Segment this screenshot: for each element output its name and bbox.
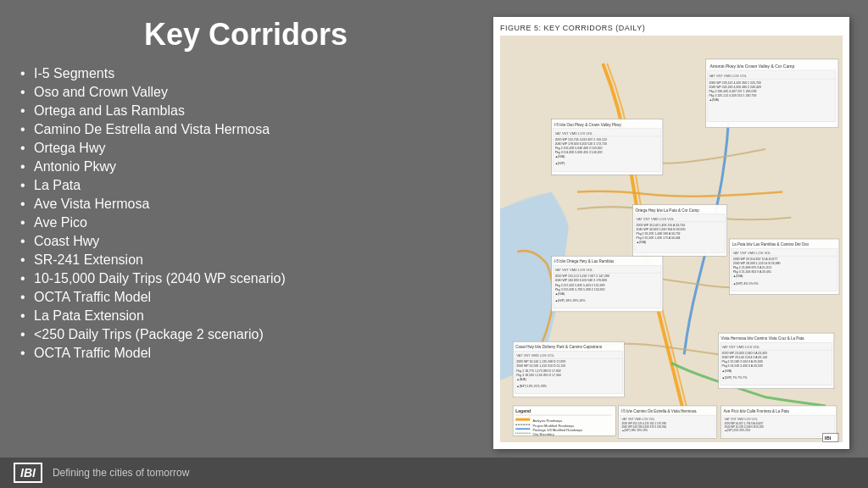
list-item: Ave Vista Hermosa: [17, 197, 475, 212]
svg-text:2040 WP  245,230   4,802   480: 2040 WP 245,230 4,802 480 2 240,428: [709, 86, 760, 89]
svg-text:Pkg 2  157,422  5,825   5,423 : Pkg 2 157,422 5,825 5,423 2 151,999: [555, 284, 605, 287]
svg-text:2040 WP  182,900  6,100   640 : 2040 WP 182,900 6,100 640 3 176,800: [555, 280, 607, 283]
svg-text:2040 WP  178,920  6,200   520 : 2040 WP 178,920 6,200 520 3 172,720: [555, 142, 607, 146]
list-item: SR-241 Extension: [17, 252, 475, 268]
svg-text:City Boundary: City Boundary: [532, 432, 554, 436]
svg-text:▲(N/P): ▲(N/P): [555, 162, 565, 165]
svg-text:2000 WP  35,140   1,406   191 : 2000 WP 35,140 1,406 191 A 33,734: [637, 224, 685, 227]
list-item: Oso and Crown Valley: [17, 85, 475, 100]
list-item: Ave Pico: [17, 215, 475, 230]
list-item: I-5 Segments: [17, 66, 475, 81]
left-panel: Key Corridors I-5 Segments Oso and Crown…: [17, 17, 492, 449]
svg-text:▲(N/A): ▲(N/A): [555, 292, 565, 296]
svg-text:2000 WP  18,144  1,135  248   : 2000 WP 18,144 1,135 248 D 17,009: [516, 360, 565, 363]
svg-text:VAT  VNT  VMD  LOS  VOL: VAT VNT VMD LOS VOL: [637, 217, 675, 221]
list-item: La Pata: [17, 178, 475, 193]
logo: IBI: [14, 463, 42, 483]
svg-text:Pkg 3  154,800  5,600   455   : Pkg 3 154,800 5,600 455 2 149,200: [555, 151, 603, 154]
svg-text:▲(N/P) 18%  19%  16%: ▲(N/P) 18% 19% 16%: [555, 299, 586, 302]
svg-text:▲(N/A): ▲(N/A): [709, 98, 719, 102]
right-panel: FIGURE 5: KEY CORRIDORS (DAILY): [492, 17, 851, 449]
svg-text:Analysis Roadways: Analysis Roadways: [532, 419, 562, 423]
svg-text:La Pata b/w Las Ramblas & Cami: La Pata b/w Las Ramblas & Camino Del Oso: [732, 242, 810, 247]
map-title: FIGURE 5: KEY CORRIDORS (DAILY): [500, 24, 843, 32]
map-container: FIGURE 5: KEY CORRIDORS (DAILY): [493, 17, 849, 449]
svg-text:Pkg 3  155,600  5,700   5,300 : Pkg 3 155,600 5,700 5,300 2 150,300: [555, 288, 605, 291]
svg-text:▲(N/A): ▲(N/A): [555, 155, 565, 158]
svg-text:VAT    VNT   VMD   LOS   VOL: VAT VNT VMD LOS VOL: [555, 268, 593, 272]
svg-text:▲(N/A): ▲(N/A): [516, 378, 526, 381]
svg-text:Pkg 3  21,344  853  0   A  20,: Pkg 3 21,344 853 0 A 20,491: [733, 270, 771, 274]
svg-text:2000 WP  155,113  5,196   7,82: 2000 WP 155,113 5,196 7,827 2 147,286: [555, 274, 609, 278]
svg-text:Pkg 2  25,040  2,504  0   A  2: Pkg 2 25,040 2,504 0 A 25,040: [722, 360, 763, 363]
svg-text:▲(N/A): ▲(N/A): [733, 274, 743, 278]
svg-text:▲(N/A): ▲(N/A): [637, 241, 647, 244]
svg-text:I-5 b/w Camino De Estrella & V: I-5 b/w Camino De Estrella & Vista Hermo…: [620, 409, 697, 413]
list-item: OCTA Traffic Model: [17, 290, 475, 305]
svg-text:IBI: IBI: [825, 435, 832, 441]
list-item: Antonio Pkwy: [17, 159, 475, 175]
svg-text:Pkg 2  156,200  5,640   460   : Pkg 2 156,200 5,640 460 2 150,560: [555, 147, 603, 150]
footer: IBI Defining the cities of tomorrow: [0, 458, 868, 488]
map-body: Antonio Pkwy b/w Crown Valley & Cor Camp…: [500, 36, 843, 442]
svg-text:Ortega Hwy b/w La Pata & Cor C: Ortega Hwy b/w La Pata & Cor Camp: [636, 208, 700, 213]
svg-text:▲(N/P) 25%  26%  25%: ▲(N/P) 25% 26% 25%: [725, 429, 751, 432]
list-item: Ortega Hwy: [17, 141, 475, 156]
svg-text:VAT    VNT   VMD   LOS   VOL: VAT VNT VMD LOS VOL: [516, 353, 554, 358]
svg-text:VAT    VNT   VMD   LOS   VOL: VAT VNT VMD LOS VOL: [725, 418, 758, 421]
svg-text:Pkg 3  35,900   1,436   175   : Pkg 3 35,900 1,436 175 A 34,464: [637, 236, 681, 240]
list-item: OCTA Traffic Model: [17, 346, 475, 361]
svg-text:Antonio Pkwy b/w Crown Valley : Antonio Pkwy b/w Crown Valley & Cor Camp: [709, 64, 794, 69]
svg-text:Coast Hwy b/w Doheny Park & Ca: Coast Hwy b/w Doheny Park & Camino Capis…: [515, 345, 602, 349]
list-item: Coast Hwy: [17, 234, 475, 249]
svg-text:VAT    VNT   VMD   LOS   VOL: VAT VNT VMD LOS VOL: [555, 131, 593, 136]
svg-text:Pkg 2  18,775  1,173  280   D : Pkg 2 18,775 1,173 280 D 17,602: [516, 369, 561, 373]
svg-text:Pkg 3  24,500  2,450  0   A  2: Pkg 3 24,500 2,450 0 A 24,500: [722, 365, 763, 369]
svg-text:2040 WP  28,000  1,120  14   B: 2040 WP 28,000 1,120 14 B 26,880: [733, 262, 781, 265]
svg-text:▲(N/P) 19%  21%  29%: ▲(N/P) 19% 21% 29%: [516, 385, 547, 388]
svg-text:Pkg 3  225,112   4,320   210  : Pkg 3 225,112 4,320 210 1 220,792: [709, 94, 756, 97]
list-item: Camino De Estrella and Vista Hermosa: [17, 122, 475, 137]
list-item: La Pata Extension: [17, 308, 475, 324]
list-item: <250 Daily Trips (Package 2 scenario): [17, 327, 475, 342]
footer-tagline: Defining the cities of tomorrow: [53, 467, 189, 479]
svg-text:2040 WP  29,144  2,914  0   A : 2040 WP 29,144 2,914 0 A 29,144: [722, 356, 768, 359]
svg-text:VAT    VNT   VMD   LOS   VOL: VAT VNT VMD LOS VOL: [722, 345, 760, 349]
page-title: Key Corridors: [17, 17, 475, 53]
svg-text:VAT   VNT   VMD   LOS   VOL: VAT VNT VMD LOS VOL: [733, 251, 771, 255]
svg-text:Ave Pico b/w Calle Frontera & : Ave Pico b/w Calle Frontera & La Pata: [724, 409, 790, 413]
svg-text:▲(N/P) 7%   7%   7%: ▲(N/P) 7% 7% 7%: [722, 376, 748, 380]
bullet-list: I-5 Segments Oso and Crown Valley Ortega…: [17, 66, 475, 361]
svg-text:▲(N/P) 18%  19%  16%: ▲(N/P) 18% 19% 16%: [621, 429, 648, 432]
svg-text:2040 WP  40,820   1,820   364 : 2040 WP 40,820 1,820 364 B 39,000: [637, 228, 686, 231]
list-item: Ortega and Las Ramblas: [17, 103, 475, 119]
logo-text: IBI: [20, 466, 36, 480]
svg-text:I-5 b/w Oso Pkwy & Crown Valle: I-5 b/w Oso Pkwy & Crown Valley Pkwy: [554, 123, 622, 127]
svg-text:Pkg 3  18,500  1,156  265   D : Pkg 3 18,500 1,156 265 D 17,344: [516, 374, 561, 377]
svg-text:▲(N/P) 4%   5%   6%: ▲(N/P) 4% 5% 6%: [733, 282, 759, 286]
svg-text:2000 WP  230,125   4,425   360: 2000 WP 230,125 4,425 360 1 225,700: [709, 81, 760, 85]
svg-text:2040 WP  22,560  1,410  310   : 2040 WP 22,560 1,410 310 D 21,150: [516, 365, 565, 369]
svg-text:VAT  VNT  VMD  LOS  VOL: VAT VNT VMD LOS VOL: [709, 74, 747, 78]
svg-text:2000 WP  23,403  2,340  0   A : 2000 WP 23,403 2,340 0 A 23,403: [722, 352, 768, 355]
svg-text:2000 WP  20,914  837  10   A  : 2000 WP 20,914 837 10 A 20,077: [733, 258, 778, 261]
svg-text:I-5 b/w Ortega Hwy & Las Rambl: I-5 b/w Ortega Hwy & Las Ramblas: [554, 259, 615, 263]
svg-text:Pkg 2  21,888  875  0   A  21,: Pkg 2 21,888 875 0 A 21,013: [733, 266, 771, 269]
svg-text:2000 WP  155,745  5,623   467 : 2000 WP 155,745 5,623 467 2 150,122: [555, 138, 607, 141]
svg-text:VAT    VNT   VMD   LOS   VOL: VAT VNT VMD LOS VOL: [621, 418, 654, 421]
svg-text:Pkg 2  36,200   1,448   180   : Pkg 2 36,200 1,448 180 A 34,752: [637, 232, 681, 236]
svg-text:▲(N/A): ▲(N/A): [722, 369, 732, 373]
svg-text:Pkg 2  230,445   4,407   237  : Pkg 2 230,445 4,407 237 1 226,038: [709, 90, 756, 93]
svg-text:Legend: Legend: [515, 408, 531, 413]
svg-text:Vista Hermosa b/w Camino Vista: Vista Hermosa b/w Camino Vista Cruz & La…: [721, 336, 805, 341]
list-item: 10-15,000 Daily Trips (2040 WP scenario): [17, 271, 475, 286]
